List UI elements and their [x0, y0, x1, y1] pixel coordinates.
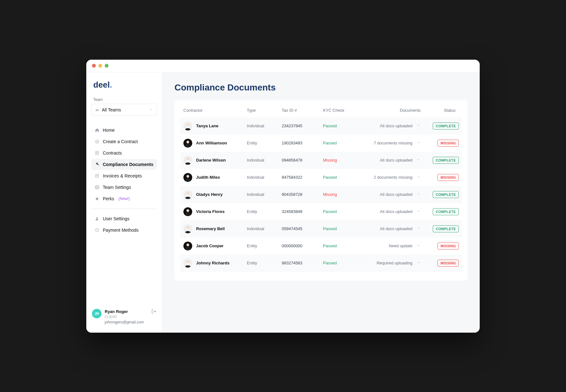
- nav-divider: [91, 209, 157, 209]
- status-cell: COMPLETE: [421, 123, 459, 130]
- nav-icon: [95, 128, 100, 133]
- contractor-cell: Darlene Wilson: [183, 156, 247, 165]
- column-kyc: KYC Check: [323, 108, 361, 113]
- svg-rect-18: [187, 126, 189, 127]
- svg-rect-21: [186, 143, 190, 147]
- chevron-down-icon[interactable]: [416, 192, 421, 197]
- table-row[interactable]: Rosemary BellIndividual059474545PassedAl…: [180, 220, 462, 237]
- sidebar-item-compliance-documents[interactable]: Compliance Documents: [91, 159, 157, 170]
- svg-point-17: [187, 123, 189, 126]
- type-cell: Entity: [247, 261, 282, 265]
- documents-cell: 7 documents missing: [361, 140, 421, 146]
- table-row[interactable]: Darlene WilsonIndividual094856478Missing…: [180, 152, 462, 169]
- table-row[interactable]: Victoria FloresEntity324583849PassedAll …: [180, 203, 462, 220]
- user-role: CLIENT: [105, 315, 144, 319]
- table-header: Contractor Type Tax ID # KYC Check Docum…: [180, 103, 462, 117]
- sidebar-item-create-a-contract[interactable]: Create a Contract: [91, 136, 157, 147]
- svg-point-38: [187, 243, 189, 246]
- kyc-cell: Passed: [323, 243, 361, 248]
- contractor-cell: Jacob Cooper: [183, 242, 247, 250]
- contractor-name: Tanya Lane: [196, 123, 219, 128]
- nav-icon: [95, 196, 100, 201]
- status-badge: MISSING: [438, 260, 459, 267]
- taxid-cell: 000000000: [282, 243, 323, 248]
- sidebar-item-invoices-receipts[interactable]: Invoices & Receipts: [91, 170, 157, 181]
- column-status: Status: [421, 108, 459, 113]
- sidebar-item-perks[interactable]: Perks(New!): [91, 193, 157, 204]
- status-cell: COMPLETE: [421, 191, 459, 198]
- chevron-down-icon[interactable]: [416, 123, 421, 129]
- team-select[interactable]: ∞ All Teams: [91, 104, 157, 116]
- status-badge: COMPLETE: [433, 123, 459, 130]
- nav-icon: [95, 162, 100, 167]
- type-cell: Entity: [247, 209, 282, 214]
- svg-point-23: [187, 157, 189, 160]
- avatar: [183, 122, 192, 130]
- status-cell: COMPLETE: [421, 157, 459, 164]
- window-minimize-icon[interactable]: [98, 64, 102, 68]
- avatar: [183, 207, 192, 216]
- contractor-name: Rosemary Bell: [196, 226, 225, 231]
- documents-text: 7 documents missing: [374, 141, 412, 145]
- table-row[interactable]: Ann WilliamsonEntity190283493Passed7 doc…: [180, 135, 462, 152]
- table-row[interactable]: Judith MilesIndividual847584322Passed2 d…: [180, 169, 462, 186]
- svg-rect-30: [187, 195, 189, 196]
- chevron-down-icon[interactable]: [416, 157, 421, 163]
- window-close-icon[interactable]: [92, 64, 96, 68]
- contractor-name: Gladys Henry: [196, 192, 223, 197]
- logout-icon[interactable]: [151, 309, 156, 315]
- avatar: [183, 259, 192, 268]
- logo: deel.: [91, 80, 157, 90]
- chevron-down-icon[interactable]: [416, 209, 421, 214]
- new-badge: (New!): [119, 196, 130, 201]
- contractor-cell: Victoria Flores: [183, 207, 247, 216]
- column-taxid: Tax ID #: [282, 108, 323, 113]
- chevron-down-icon[interactable]: [416, 243, 421, 249]
- sidebar-item-payment-methods[interactable]: Payment Methods: [91, 225, 157, 236]
- sidebar-item-home[interactable]: Home: [91, 125, 157, 136]
- secondary-nav: User SettingsPayment Methods: [91, 213, 157, 236]
- chevron-down-icon[interactable]: [416, 140, 421, 146]
- table-row[interactable]: Tanya LaneIndividual234237845PassedAll d…: [180, 117, 462, 135]
- app-shell: deel. Team ∞ All Teams HomeCreate a Cont…: [86, 72, 480, 333]
- contractor-cell: Rosemary Bell: [183, 224, 247, 233]
- documents-cell: 2 documents missing: [361, 175, 421, 180]
- documents-cell: Need update: [361, 243, 421, 249]
- browser-window: deel. Team ∞ All Teams HomeCreate a Cont…: [86, 60, 480, 333]
- main-content: Compliance Documents Contractor Type Tax…: [162, 72, 480, 333]
- documents-text: All docs uploaded: [380, 192, 412, 197]
- window-maximize-icon[interactable]: [105, 64, 109, 68]
- status-cell: COMPLETE: [421, 208, 459, 215]
- logo-text: deel: [93, 80, 110, 90]
- status-cell: MISSING: [421, 243, 459, 249]
- contractor-name: Victoria Flores: [196, 209, 225, 214]
- table-row[interactable]: Gladys HenryIndividual904358728MissingAl…: [180, 186, 462, 203]
- kyc-cell: Passed: [323, 261, 361, 265]
- svg-rect-33: [186, 212, 190, 216]
- contractor-cell: Judith Miles: [183, 173, 247, 182]
- taxid-cell: 324583849: [282, 209, 323, 214]
- nav-icon: [95, 228, 100, 233]
- table-row[interactable]: Jacob CooperEntity000000000PassedNeed up…: [180, 237, 462, 255]
- column-type: Type: [247, 108, 282, 113]
- sidebar-item-user-settings[interactable]: User Settings: [91, 213, 157, 224]
- kyc-cell: Missing: [323, 192, 361, 197]
- chevron-down-icon[interactable]: [416, 175, 421, 180]
- contractor-name: Judith Miles: [196, 175, 220, 180]
- svg-point-29: [187, 192, 189, 194]
- infinity-icon: ∞: [95, 107, 99, 112]
- chevron-down-icon[interactable]: [416, 260, 421, 266]
- nav-icon: [95, 173, 100, 178]
- sidebar-item-contracts[interactable]: Contracts: [91, 148, 157, 158]
- sidebar: deel. Team ∞ All Teams HomeCreate a Cont…: [86, 72, 162, 333]
- taxid-cell: 904358728: [282, 192, 323, 197]
- status-badge: COMPLETE: [433, 208, 459, 215]
- avatar: [183, 156, 192, 165]
- user-avatar[interactable]: JR: [92, 309, 102, 318]
- sidebar-item-team-settings[interactable]: Team Settings: [91, 182, 157, 193]
- documents-cell: All docs uploaded: [361, 226, 421, 231]
- column-contractor: Contractor: [183, 108, 247, 113]
- chevron-down-icon[interactable]: [416, 226, 421, 231]
- documents-cell: All docs uploaded: [361, 192, 421, 197]
- table-row[interactable]: Johnny RichardsEntity983274583PassedRequ…: [180, 255, 462, 272]
